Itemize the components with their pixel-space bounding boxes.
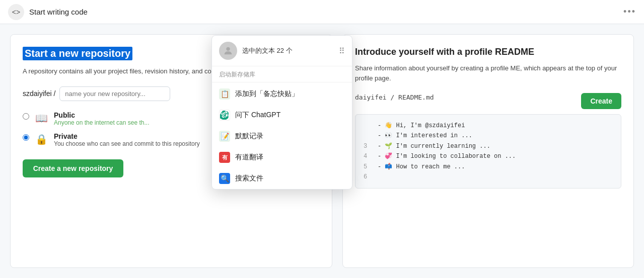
right-panel-desc: Share information about yourself by crea… (355, 63, 621, 83)
svg-point-0 (226, 47, 230, 51)
public-info: Public Anyone on the internet can see th… (54, 111, 149, 126)
chatgpt-label: 问下 ChatGPT (235, 111, 280, 120)
context-menu-item-record[interactable]: 📝 默默记录 (212, 126, 352, 147)
public-label: Public (54, 111, 149, 119)
private-desc: You choose who can see and commit to thi… (54, 140, 200, 147)
context-menu-item-search[interactable]: 🔍 搜索文件 (212, 168, 352, 189)
context-menu-item-youdao[interactable]: 有 有道翻译 (212, 147, 352, 168)
left-panel-title: Start a new repository (23, 47, 132, 60)
context-menu-divider-1 (212, 82, 352, 82)
repo-owner: szdaiyifei / (23, 89, 55, 98)
youdao-label: 有道翻译 (235, 153, 263, 162)
line-num-6: 6 (364, 172, 372, 182)
grid-icon[interactable]: ⠿ (339, 46, 345, 56)
public-icon: 📖 (35, 112, 48, 124)
private-icon: 🔒 (35, 133, 48, 145)
right-panel-desc-text: e information about yourself by creating… (355, 64, 617, 82)
private-info: Private You choose who can see and commi… (54, 132, 200, 147)
top-bar-left: <> Start writing code (8, 4, 88, 20)
top-bar: <> Start writing code ••• (0, 0, 644, 24)
top-bar-title: Start writing code (29, 8, 88, 16)
code-line-4: 4 - 💞️ I'm looking to collaborate on ... (364, 151, 613, 161)
line-content-2: - 👀 I'm interested in ... (378, 131, 472, 141)
memo-icon: 📋 (219, 88, 230, 100)
more-options-button[interactable]: ••• (623, 7, 636, 17)
search-label: 搜索文件 (235, 174, 263, 183)
line-content-1: - 👋 Hi, I'm @szdaiyifei (378, 121, 465, 131)
line-num-2 (364, 131, 372, 141)
right-panel-title-text: Intro (355, 47, 375, 57)
context-menu: 选中的文本 22 个 ⠿ 启动新存储库 📋 添加到「备忘快贴」 问下 ChatG… (211, 35, 352, 190)
line-content-4: - 💞️ I'm looking to collaborate on ... (378, 151, 516, 161)
context-menu-header-left: 选中的文本 22 个 (219, 42, 293, 60)
line-num-3: 3 (364, 141, 372, 151)
context-section-title: 启动新存储库 (212, 66, 352, 81)
code-preview: - 👋 Hi, I'm @szdaiyifei - 👀 I'm interest… (355, 114, 621, 189)
record-icon: 📝 (219, 131, 230, 142)
context-menu-item-memo[interactable]: 📋 添加到「备忘快贴」 (212, 83, 352, 105)
code-line-5: 5 - 📫 How to reach me ... (364, 162, 613, 172)
create-new-repository-button[interactable]: Create a new repository (23, 159, 123, 177)
code-line-1: - 👋 Hi, I'm @szdaiyifei (364, 121, 613, 131)
right-panel-desc-prefix: Shar (355, 64, 369, 72)
search-icon: 🔍 (219, 173, 230, 184)
right-panel-title: Introduce yourself with a profile README (355, 47, 621, 57)
public-desc: Anyone on the internet can see th... (54, 119, 149, 126)
memo-label: 添加到「备忘快贴」 (235, 89, 299, 99)
repo-name-input[interactable] (59, 86, 170, 101)
private-radio[interactable] (23, 134, 29, 141)
context-selected-text: 选中的文本 22 个 (242, 46, 293, 55)
code-line-6: 6 (364, 172, 613, 182)
right-panel: Introduce yourself with a profile README… (342, 34, 634, 268)
line-content-5: - 📫 How to reach me ... (378, 162, 465, 172)
code-line-2: - 👀 I'm interested in ... (364, 131, 613, 141)
readme-create-button[interactable]: Create (581, 93, 621, 109)
readme-path: daiyifei / README.md (355, 94, 434, 101)
context-menu-header: 选中的文本 22 个 ⠿ (212, 36, 352, 66)
line-num-5: 5 (364, 162, 372, 172)
right-panel-title-rest: duce yourself with a profile README (375, 47, 534, 57)
context-menu-avatar (219, 42, 237, 60)
code-icon: <> (12, 8, 20, 16)
chatgpt-icon (219, 110, 230, 121)
private-label: Private (54, 132, 200, 140)
record-label: 默默记录 (235, 132, 263, 141)
line-num-1 (364, 121, 372, 131)
code-line-3: 3 - 🌱 I'm currently learning ... (364, 141, 613, 151)
code-icon-button[interactable]: <> (8, 4, 24, 20)
line-content-3: - 🌱 I'm currently learning ... (378, 141, 490, 151)
public-radio[interactable] (23, 113, 29, 120)
line-num-4: 4 (364, 151, 372, 161)
context-menu-item-chatgpt[interactable]: 问下 ChatGPT (212, 105, 352, 126)
youdao-icon: 有 (219, 152, 230, 163)
